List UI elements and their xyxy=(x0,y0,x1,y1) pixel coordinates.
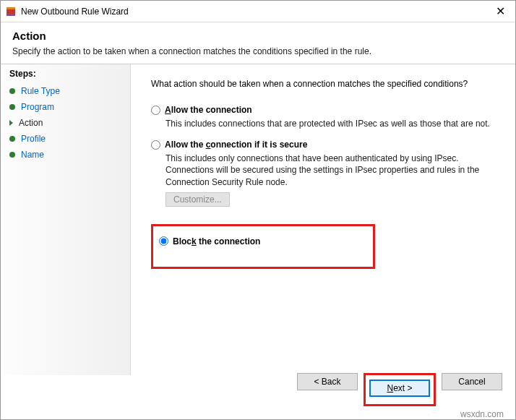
option-allow-label[interactable]: Allow the connection xyxy=(151,105,495,115)
highlight-block: Block the connection xyxy=(151,224,375,269)
highlight-next: Next > xyxy=(364,373,436,406)
option-allow-secure-desc: This includes only connections that have… xyxy=(165,153,491,188)
action-prompt: What action should be taken when a conne… xyxy=(151,79,495,89)
option-allow-secure: Allow the connection if it is secure Thi… xyxy=(151,140,495,214)
page-description: Specify the action to be taken when a co… xyxy=(12,46,504,56)
step-label: Profile xyxy=(21,134,46,144)
option-allow-desc: This includes connections that are prote… xyxy=(165,118,491,129)
wizard-header: Action Specify the action to be taken wh… xyxy=(1,22,515,62)
customize-button: Customize... xyxy=(165,192,230,207)
bullet-icon xyxy=(9,88,15,94)
back-button[interactable]: < Back xyxy=(297,373,358,390)
step-label: Action xyxy=(19,118,43,128)
cancel-button[interactable]: Cancel xyxy=(442,373,502,390)
option-block-text: Block the connection xyxy=(173,236,260,247)
close-icon[interactable]: ✕ xyxy=(490,4,511,18)
radio-allow-secure[interactable] xyxy=(151,140,160,150)
option-allow-text: Allow the connection xyxy=(165,105,252,115)
step-program[interactable]: Program xyxy=(9,99,121,115)
firewall-icon xyxy=(5,6,17,17)
option-block: Block the connection xyxy=(159,236,322,247)
step-action[interactable]: Action xyxy=(9,115,121,131)
window-title: New Outbound Rule Wizard xyxy=(21,7,490,17)
watermark: wsxdn.com xyxy=(460,409,504,419)
caret-icon xyxy=(9,120,13,126)
page-title: Action xyxy=(12,30,504,42)
next-button[interactable]: Next > xyxy=(369,380,430,397)
step-label: Program xyxy=(21,102,54,112)
steps-label: Steps: xyxy=(9,69,121,79)
option-allow: Allow the connection This includes conne… xyxy=(151,105,495,129)
step-name[interactable]: Name xyxy=(9,147,121,163)
step-profile[interactable]: Profile xyxy=(9,131,121,147)
option-allow-secure-text: Allow the connection if it is secure xyxy=(165,140,307,150)
wizard-footer: < Back Next > Cancel xyxy=(297,373,502,406)
radio-block[interactable] xyxy=(159,236,168,246)
step-label: Name xyxy=(21,150,44,160)
steps-sidebar: Steps: Rule Type Program Action Profile … xyxy=(1,64,131,375)
main-panel: What action should be taken when a conne… xyxy=(131,64,515,375)
bullet-icon xyxy=(9,104,15,110)
option-block-label[interactable]: Block the connection xyxy=(159,236,322,247)
option-allow-secure-label[interactable]: Allow the connection if it is secure xyxy=(151,140,495,150)
radio-allow[interactable] xyxy=(151,106,160,115)
bullet-icon xyxy=(9,152,15,158)
step-label: Rule Type xyxy=(21,86,60,96)
bullet-icon xyxy=(9,136,15,142)
titlebar: New Outbound Rule Wizard ✕ xyxy=(1,1,515,22)
step-rule-type[interactable]: Rule Type xyxy=(9,83,121,99)
